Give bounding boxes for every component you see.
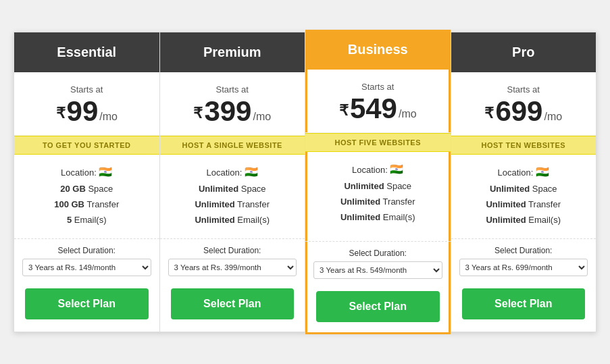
- feature-item-premium-2: Unlimited Transfer: [168, 199, 297, 209]
- plan-duration-premium: Select Duration:3 Years at Rs. 399/month…: [160, 239, 305, 282]
- select-plan-button-pro[interactable]: Select Plan: [462, 288, 586, 319]
- feature-item-essential-0: Location: 🇮🇳: [22, 165, 151, 178]
- price-amount-business: 549: [350, 95, 397, 123]
- feature-item-business-1: Unlimited Space: [313, 181, 442, 191]
- plan-tagline-pro: HOST TEN WEBSITES: [451, 136, 596, 155]
- plan-header-premium: Premium: [160, 32, 305, 72]
- currency-business: ₹: [339, 103, 349, 119]
- price-amount-pro: 699: [495, 97, 542, 126]
- feature-item-pro-3: Unlimited Email(s): [459, 215, 588, 225]
- pricing-table: EssentialStarts at₹99/moTO GET YOU START…: [14, 32, 596, 332]
- plan-header-pro: Pro: [451, 32, 596, 72]
- price-row-business: ₹549/mo: [312, 95, 444, 123]
- currency-pro: ₹: [484, 105, 494, 122]
- plan-price-section-pro: Starts at₹699/mo: [451, 72, 596, 136]
- plan-price-section-essential: Starts at₹99/mo: [14, 72, 159, 136]
- feature-item-essential-3: 5 Email(s): [22, 215, 151, 225]
- plan-col-pro: ProStarts at₹699/moHOST TEN WEBSITESLoca…: [451, 32, 596, 332]
- price-row-premium: ₹399/mo: [167, 97, 299, 126]
- duration-select-essential[interactable]: 3 Years at Rs. 149/month1 Year at Rs. 19…: [22, 259, 151, 276]
- price-period-premium: /mo: [253, 111, 271, 123]
- duration-label-essential: Select Duration:: [22, 246, 151, 255]
- currency-premium: ₹: [193, 105, 203, 122]
- select-plan-button-business[interactable]: Select Plan: [316, 291, 440, 322]
- plan-duration-essential: Select Duration:3 Years at Rs. 149/month…: [14, 239, 159, 282]
- feature-item-premium-1: Unlimited Space: [168, 184, 297, 194]
- feature-item-business-2: Unlimited Transfer: [313, 197, 442, 207]
- price-period-business: /mo: [399, 108, 417, 120]
- plan-col-business: BusinessStarts at₹549/moHOST FIVE WEBSIT…: [305, 30, 451, 334]
- feature-item-pro-2: Unlimited Transfer: [459, 199, 588, 209]
- select-plan-button-premium[interactable]: Select Plan: [171, 288, 295, 319]
- plan-cta-essential: Select Plan: [14, 282, 159, 332]
- plan-price-section-premium: Starts at₹399/mo: [160, 72, 305, 136]
- plan-cta-premium: Select Plan: [160, 282, 305, 332]
- plan-features-business: Location: 🇮🇳Unlimited SpaceUnlimited Tra…: [305, 152, 451, 242]
- plan-duration-pro: Select Duration:3 Years at Rs. 699/month…: [451, 239, 596, 282]
- plan-header-business: Business: [305, 30, 451, 70]
- duration-select-business[interactable]: 3 Years at Rs. 549/month1 Year at Rs. 64…: [313, 261, 442, 279]
- plan-tagline-business: HOST FIVE WEBSITES: [305, 133, 451, 152]
- feature-item-pro-0: Location: 🇮🇳: [459, 165, 588, 178]
- plan-header-essential: Essential: [14, 32, 159, 72]
- duration-select-pro[interactable]: 3 Years at Rs. 699/month1 Year at Rs. 79…: [459, 259, 588, 276]
- starts-at-business: Starts at: [312, 82, 444, 92]
- feature-item-premium-3: Unlimited Email(s): [168, 215, 297, 225]
- duration-select-premium[interactable]: 3 Years at Rs. 399/month1 Year at Rs. 49…: [168, 259, 297, 276]
- plan-tagline-premium: HOST A SINGLE WEBSITE: [160, 136, 305, 155]
- feature-item-business-0: Location: 🇮🇳: [313, 163, 442, 176]
- feature-item-essential-1: 20 GB Space: [22, 184, 151, 194]
- price-row-pro: ₹699/mo: [458, 97, 590, 126]
- price-period-pro: /mo: [544, 111, 562, 123]
- plan-cta-business: Select Plan: [305, 284, 451, 334]
- price-row-essential: ₹99/mo: [21, 97, 153, 126]
- plan-col-premium: PremiumStarts at₹399/moHOST A SINGLE WEB…: [160, 32, 306, 332]
- select-plan-button-essential[interactable]: Select Plan: [25, 288, 149, 319]
- duration-label-business: Select Duration:: [313, 249, 442, 258]
- duration-label-pro: Select Duration:: [459, 246, 588, 255]
- currency-essential: ₹: [56, 105, 66, 122]
- starts-at-pro: Starts at: [458, 84, 590, 95]
- price-period-essential: /mo: [99, 111, 118, 123]
- plan-features-premium: Location: 🇮🇳Unlimited SpaceUnlimited Tra…: [160, 155, 305, 239]
- feature-item-pro-1: Unlimited Space: [459, 184, 588, 194]
- plan-tagline-essential: TO GET YOU STARTED: [14, 136, 159, 155]
- starts-at-essential: Starts at: [21, 84, 153, 95]
- plan-features-pro: Location: 🇮🇳Unlimited SpaceUnlimited Tra…: [451, 155, 596, 239]
- price-amount-premium: 399: [204, 97, 251, 126]
- plan-cta-pro: Select Plan: [451, 282, 596, 332]
- plan-price-section-business: Starts at₹549/mo: [305, 70, 451, 133]
- plan-col-essential: EssentialStarts at₹99/moTO GET YOU START…: [14, 32, 160, 332]
- duration-label-premium: Select Duration:: [168, 246, 297, 255]
- feature-item-essential-2: 100 GB Transfer: [22, 199, 151, 209]
- plan-features-essential: Location: 🇮🇳20 GB Space100 GB Transfer5 …: [14, 155, 159, 239]
- plan-duration-business: Select Duration:3 Years at Rs. 549/month…: [305, 242, 451, 284]
- feature-item-business-3: Unlimited Email(s): [313, 212, 442, 222]
- feature-item-premium-0: Location: 🇮🇳: [168, 165, 297, 178]
- price-amount-essential: 99: [67, 97, 99, 126]
- starts-at-premium: Starts at: [167, 84, 299, 95]
